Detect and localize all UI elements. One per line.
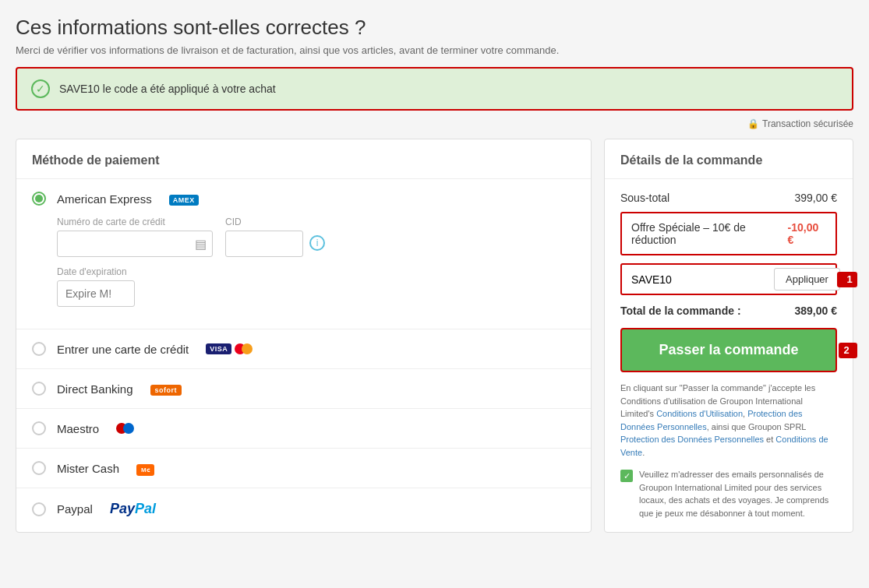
discount-label: Offre Spéciale – 10€ de réduction [631,221,788,246]
subtotal-row: Sous-total 399,00 € [620,192,837,204]
visa-logo: VISA [206,343,231,354]
lock-icon: 🔒 [747,118,759,129]
payment-method-amex[interactable]: American Express AMEX Numéro de carte de… [16,179,591,329]
mister-logo: Mᴄ [136,462,154,474]
terms-link-privacy2[interactable]: Protection des Données Personnelles [620,435,764,444]
expiry-group: Date d'expiration [57,266,135,307]
credit-label: Entrer une carte de crédit [57,343,189,356]
cid-group: CID i [225,217,325,257]
badge-1: 1 [842,272,857,287]
expiry-label: Date d'expiration [57,266,135,277]
radio-mister[interactable] [32,461,46,475]
payment-method-mister[interactable]: Mister Cash Mᴄ [16,449,591,488]
card-number-input-wrapper: ▤ [57,231,213,257]
maestro-header: Maestro [32,421,575,435]
mc-logo [235,343,253,354]
terms-link-conditions[interactable]: Conditions d'Utilisation [656,409,743,418]
radio-amex[interactable] [32,192,46,206]
direct-logo: sofort [150,382,182,395]
discount-row: Offre Spéciale – 10€ de réduction -10,00… [620,212,837,255]
card-number-label: Numéro de carte de crédit [57,217,213,227]
cid-input[interactable] [225,231,303,257]
subtotal-label: Sous-total [620,192,669,204]
card-number-group: Numéro de carte de crédit ▤ [57,217,213,257]
coupon-wrapper: Appliquer 1 [620,263,837,295]
amex-header: American Express AMEX [32,192,575,206]
payment-section: Méthode de paiement American Express AME… [16,139,592,533]
email-checkbox-row[interactable]: Veuillez m'adresser des emails personnal… [620,468,837,519]
badge-2: 2 [842,343,857,358]
amex-logo: AMEX [169,192,199,205]
checkout-button[interactable]: Passer la commande [620,328,837,372]
apply-coupon-button[interactable]: Appliquer [774,268,840,290]
mister-label: Mister Cash [57,462,119,475]
cid-wrapper: i [225,231,325,257]
paypal-header: Paypal PayPal [32,501,575,517]
paypal-label: Paypal [57,502,93,516]
expiry-input[interactable] [57,280,135,307]
credit-header: Entrer une carte de crédit VISA [32,342,575,356]
coupon-input[interactable] [625,269,774,290]
terms-text: En cliquant sur "Passer la commande" j'a… [620,382,837,459]
coupon-alert: ✓ SAVE10 le code a été appliqué à votre … [16,67,853,111]
credit-logos: VISA [206,343,253,354]
payment-section-title: Méthode de paiement [16,139,591,179]
total-row: Total de la commande : 389,00 € [620,305,837,317]
order-section: Détails de la commande Sous-total 399,00… [604,139,853,533]
card-number-input[interactable] [57,231,213,257]
total-label: Total de la commande : [620,305,741,317]
amex-label: American Express [57,192,152,206]
coupon-row: Appliquer [620,263,837,295]
payment-method-maestro[interactable]: Maestro [16,409,591,449]
card-form: Numéro de carte de crédit ▤ CID i [57,217,575,307]
payment-method-direct[interactable]: Direct Banking sofort [16,369,591,409]
maestro-label: Maestro [57,422,99,435]
subtotal-value: 399,00 € [795,192,838,204]
radio-maestro[interactable] [32,421,46,435]
mister-header: Mister Cash Mᴄ [32,461,575,475]
main-layout: Méthode de paiement American Express AME… [16,139,853,533]
order-body: Sous-total 399,00 € Offre Spéciale – 10€… [605,179,853,532]
total-value: 389,00 € [795,305,838,317]
checkout-wrapper: Passer la commande 2 [620,328,837,372]
payment-method-paypal[interactable]: Paypal PayPal [16,488,591,530]
secure-transaction-bar: 🔒 Transaction sécurisée [16,118,853,129]
secure-transaction-label: Transaction sécurisée [762,118,853,129]
check-icon: ✓ [31,79,50,98]
card-icon: ▤ [195,237,207,252]
direct-label: Direct Banking [57,382,133,396]
email-checkbox-label: Veuillez m'adresser des emails personnal… [639,468,837,519]
order-section-title: Détails de la commande [605,139,853,179]
direct-header: Direct Banking sofort [32,382,575,396]
radio-paypal[interactable] [32,502,46,516]
card-number-row: Numéro de carte de crédit ▤ CID i [57,217,575,257]
paypal-logo: PayPal [110,501,156,517]
alert-message: SAVE10 le code a été appliqué à votre ac… [59,83,276,95]
discount-value: -10,00 € [788,221,826,246]
info-icon[interactable]: i [309,235,325,251]
radio-direct[interactable] [32,382,46,396]
email-checkbox[interactable] [620,470,633,482]
page-title: Ces informations sont-elles correctes ? [16,16,853,40]
page-subtitle: Merci de vérifier vos informations de li… [16,44,853,56]
cid-label: CID [225,217,325,227]
maestro-logo [116,423,134,434]
radio-credit[interactable] [32,342,46,356]
payment-method-credit[interactable]: Entrer une carte de crédit VISA [16,329,591,369]
expiry-row: Date d'expiration [57,266,575,307]
